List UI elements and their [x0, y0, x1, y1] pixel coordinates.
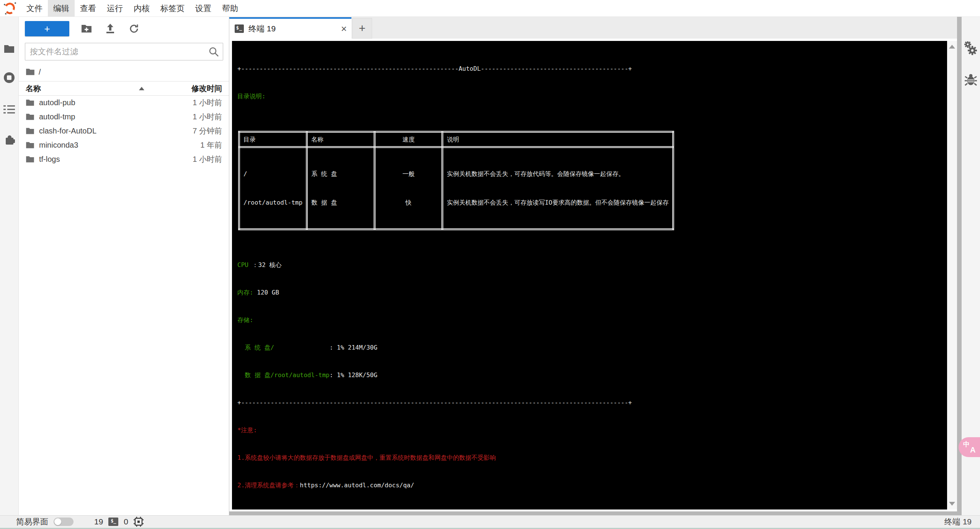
search-icon — [208, 46, 219, 57]
td-dir: / /root/autodl-tmp — [239, 147, 307, 230]
folder-icon — [26, 99, 34, 106]
terminal-cpu-line: CPU ：32 核心 — [237, 260, 947, 270]
file-row-autodl-tmp[interactable]: autodl-tmp 1 小时前 — [19, 110, 229, 124]
scroll-up-icon[interactable] — [949, 45, 955, 49]
panel-edge-bottom — [229, 511, 962, 515]
running-sessions-status[interactable]: 19 $_ 0 — [94, 517, 144, 527]
menu-edit[interactable]: 编辑 — [48, 0, 75, 17]
new-folder-button[interactable] — [75, 21, 98, 36]
file-row-miniconda3[interactable]: miniconda3 1 年前 — [19, 138, 229, 152]
file-browser-icon[interactable] — [4, 44, 15, 54]
file-modified: 1 小时前 — [193, 112, 222, 122]
menu-bar: 文件 编辑 查看 运行 内核 标签页 设置 帮助 — [0, 0, 980, 17]
th-dir: 目录 — [239, 132, 307, 147]
file-list-header: 名称 修改时间 — [19, 81, 229, 96]
close-tab-icon[interactable]: × — [341, 25, 347, 33]
column-name[interactable]: 名称 — [26, 83, 41, 94]
dock-panel: $_ 终端 19 × + +--------------------------… — [229, 17, 962, 515]
new-launcher-button[interactable]: + — [25, 21, 69, 36]
folder-icon — [26, 142, 34, 149]
file-modified: 1 小时前 — [193, 98, 222, 108]
folder-icon — [26, 68, 35, 76]
menu-view[interactable]: 查看 — [75, 0, 101, 17]
menu-run[interactable]: 运行 — [101, 0, 128, 17]
table-header-row: 目录 名称 速度 说明 — [239, 132, 673, 147]
file-row-clash-for-autodl[interactable]: clash-for-AutoDL 7 分钟前 — [19, 124, 229, 138]
kernel-chip-icon — [134, 517, 144, 527]
td-name: 系 统 盘 数 据 盘 — [307, 147, 375, 230]
simple-ui-toggle[interactable] — [54, 518, 74, 526]
terminal-count: 19 — [94, 517, 103, 526]
terminal-storage-label: 存储: — [237, 316, 947, 325]
terminal-separator: +---------------------------------------… — [237, 398, 947, 407]
th-speed: 速度 — [375, 132, 443, 147]
file-row-autodl-pub[interactable]: autodl-pub 1 小时前 — [19, 96, 229, 110]
menu-file[interactable]: 文件 — [21, 0, 48, 17]
menu-settings[interactable]: 设置 — [190, 0, 217, 17]
status-bar: 简易界面 19 $_ 0 终端 19 — [0, 515, 980, 529]
current-panel-label: 终端 19 — [944, 516, 972, 527]
new-tab-button[interactable]: + — [352, 18, 372, 39]
docs-url-link[interactable]: https://www.autodl.com/docs/qa/ — [300, 482, 414, 489]
file-browser-toolbar: + — [19, 17, 229, 41]
terminal-proxy-on-line: [√] 已开启代理 — [237, 508, 947, 509]
refresh-button[interactable] — [122, 21, 146, 36]
left-sidebar-rail — [0, 17, 19, 515]
terminal-banner: +---------------------------------------… — [237, 64, 947, 73]
menu-kernel[interactable]: 内核 — [128, 0, 155, 17]
tab-terminal-19[interactable]: $_ 终端 19 × — [229, 17, 351, 39]
terminal-mem-line: 内存: 120 GB — [237, 288, 947, 297]
terminal-panel: +---------------------------------------… — [229, 39, 962, 515]
filename-filter-input[interactable] — [25, 43, 223, 60]
autodl-logo-icon — [3, 2, 16, 15]
terminal-data-disk-line: 数 据 盘/root/autodl-tmp: 1% 128K/50G — [237, 371, 947, 380]
file-browser-panel: + — [19, 17, 229, 515]
terminal-notice-title: *注意: — [237, 426, 947, 435]
folder-icon — [26, 156, 34, 163]
terminal-icon: $_ — [108, 518, 118, 526]
upload-button[interactable] — [98, 21, 122, 36]
translate-button[interactable]: 中 A — [959, 437, 980, 457]
file-name: autodl-tmp — [39, 112, 75, 121]
td-speed: 一般 快 — [375, 147, 443, 230]
table-body-row: / /root/autodl-tmp 系 统 盘 数 据 盘 一般 快 — [239, 147, 673, 230]
main-area: + — [0, 17, 980, 515]
scroll-down-icon[interactable] — [949, 502, 955, 506]
terminal-notice-line2: 2.清理系统盘请参考：https://www.autodl.com/docs/q… — [237, 481, 947, 490]
file-modified: 7 分钟前 — [193, 126, 222, 136]
th-desc: 说明 — [443, 132, 673, 147]
menu-help[interactable]: 帮助 — [217, 0, 243, 17]
file-modified: 1 小时前 — [193, 154, 222, 164]
file-name: tf-logs — [39, 155, 60, 164]
terminal-dir-note: 目录说明: — [237, 92, 947, 101]
kernel-count: 0 — [124, 517, 128, 526]
terminal-notice-line1: 1.系统盘较小请将大的数据存放于数据盘或网盘中，重置系统时数据盘和网盘中的数据不… — [237, 453, 947, 462]
file-modified: 1 年前 — [200, 140, 222, 150]
file-name: miniconda3 — [39, 141, 78, 150]
td-desc: 实例关机数据不会丢失，可存放代码等。会随保存镜像一起保存。 实例关机数据不会丢失… — [443, 147, 673, 230]
terminal-output[interactable]: +---------------------------------------… — [232, 41, 947, 509]
extension-manager-icon[interactable] — [3, 134, 15, 145]
property-inspector-icon[interactable] — [964, 41, 977, 56]
column-modified[interactable]: 修改时间 — [191, 83, 222, 94]
menu-tabs[interactable]: 标签页 — [155, 0, 190, 17]
breadcrumb[interactable]: / — [19, 63, 229, 81]
folder-icon — [26, 127, 34, 135]
panel-edge-right — [957, 17, 962, 513]
running-kernels-icon[interactable] — [3, 72, 15, 83]
sort-ascending-icon — [139, 87, 144, 90]
debugger-bug-icon[interactable] — [965, 73, 977, 86]
table-of-contents-icon[interactable] — [3, 105, 15, 114]
folder-icon — [26, 113, 34, 120]
simple-ui-label: 简易界面 — [16, 516, 48, 527]
terminal-scrollbar[interactable] — [947, 41, 957, 509]
filename-filter — [25, 43, 223, 60]
terminal-icon: $_ — [235, 24, 244, 33]
breadcrumb-root[interactable]: / — [39, 68, 41, 77]
terminal-sys-disk-line: 系 统 盘/ : 1% 214M/30G — [237, 343, 947, 352]
th-name: 名称 — [307, 132, 375, 147]
tab-bar: $_ 终端 19 × + — [229, 17, 962, 39]
file-row-tf-logs[interactable]: tf-logs 1 小时前 — [19, 152, 229, 166]
file-name: autodl-pub — [39, 98, 75, 107]
terminal-directory-table: 目录 名称 速度 说明 / /root/autodl-tmp 系 统 盘 — [238, 131, 674, 230]
